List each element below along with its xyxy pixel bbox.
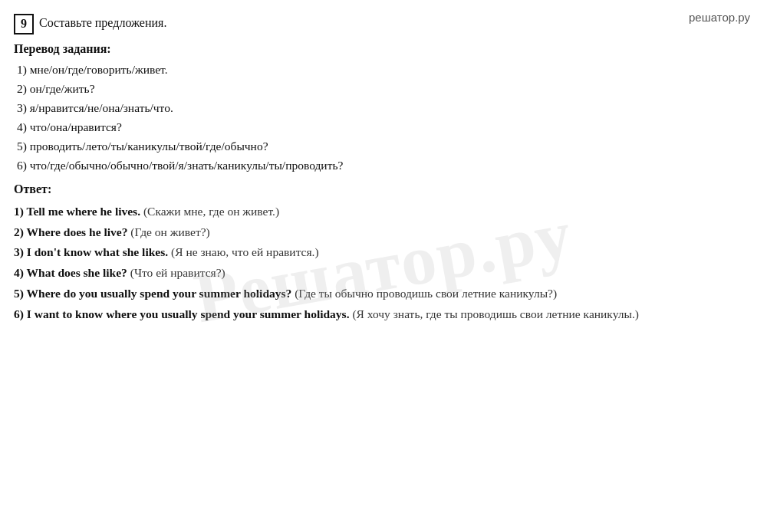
translation-item-4: 4) что/она/нравится? [17, 118, 746, 136]
task-header: 9 Составьте предложения. [14, 14, 746, 34]
task-title: Составьте предложения. [39, 14, 166, 32]
task-number: 9 [14, 14, 34, 34]
answer-label: Ответ: [14, 182, 746, 196]
translation-items: 1) мне/он/где/говорить/живет. 2) он/где/… [14, 61, 746, 175]
answer-item-6: 6) I want to know where you usually spen… [14, 305, 746, 324]
answer-item-3: 3) I don't know what she likes. (Я не зн… [14, 243, 746, 262]
site-label: решатор.ру [689, 11, 750, 24]
translation-item-2: 2) он/где/жить? [17, 80, 746, 98]
answer-item-5: 5) Where do you usually spend your summe… [14, 284, 746, 304]
answers-list: 1) Tell me where he lives. (Скажи мне, г… [14, 202, 746, 324]
answer-item-4: 4) What does she like? (Что ей нравится?… [14, 264, 746, 283]
translation-item-5: 5) проводить/лето/ты/каникулы/твой/где/о… [17, 137, 746, 156]
answer-item-2: 2) Where does he live? (Где он живет?) [14, 223, 746, 242]
translation-label: Перевод задания: [14, 42, 746, 56]
answer-item-1: 1) Tell me where he lives. (Скажи мне, г… [14, 202, 746, 222]
translation-item-3: 3) я/нравится/не/она/знать/что. [17, 99, 746, 117]
translation-item-6: 6) что/где/обычно/обычно/твой/я/знать/ка… [17, 156, 746, 175]
translation-item-1: 1) мне/он/где/говорить/живет. [17, 61, 746, 79]
